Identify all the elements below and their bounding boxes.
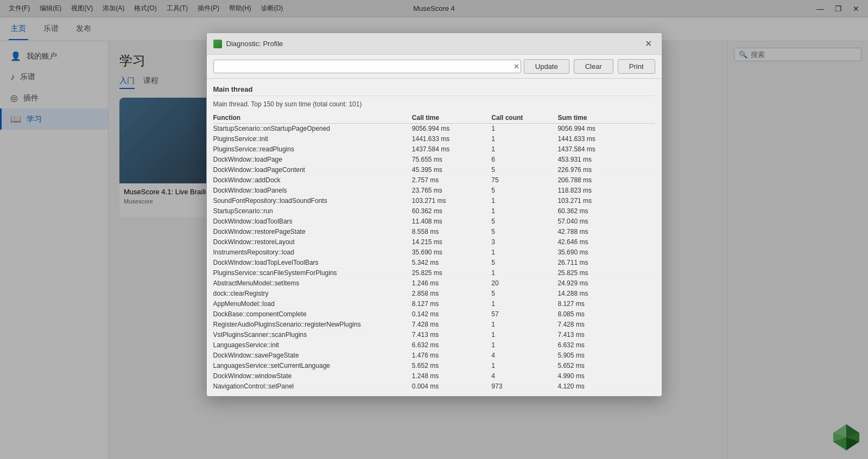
cell-callcount: 1 — [491, 247, 557, 258]
cell-sumtime: 42.646 ms — [557, 237, 655, 247]
cell-sumtime: 24.929 ms — [557, 278, 655, 289]
cell-function: NavigationControl::setPanel — [213, 381, 412, 392]
table-row: AppMenuModel::load 8.127 ms 1 8.127 ms — [213, 299, 655, 309]
profile-table-container[interactable]: Function Call time Call count Sum time S… — [213, 112, 655, 392]
cell-callcount: 1 — [491, 299, 557, 309]
table-row: DockWindow::loadPageContent 45.395 ms 5 … — [213, 165, 655, 175]
table-row: VstPluginsScanner::scanPlugins 7.413 ms … — [213, 330, 655, 340]
col-header-sumtime: Sum time — [557, 112, 655, 124]
cell-calltime: 14.215 ms — [412, 237, 492, 247]
table-row: DockWindow::loadToolBars 11.408 ms 5 57.… — [213, 216, 655, 227]
dialog-title-bar: Diagnostic: Profile ✕ — [207, 33, 662, 55]
table-row: DockWindow::loadTopLevelToolBars 5.342 m… — [213, 258, 655, 268]
cell-calltime: 0.004 ms — [412, 381, 492, 392]
clear-button[interactable]: Clear — [574, 59, 613, 74]
cell-sumtime: 42.788 ms — [557, 227, 655, 237]
profile-header: Main thread. Top 150 by sum time (total … — [213, 100, 655, 108]
dialog-title: Diagnostic: Profile — [213, 40, 283, 48]
table-row: PluginsService::scanFileSystemForPlugins… — [213, 268, 655, 278]
table-row: dock::clearRegistry 2.858 ms 5 14.288 ms — [213, 289, 655, 299]
cell-calltime: 1.248 ms — [412, 371, 492, 381]
table-row: StartupScenario::onStartupPageOpened 905… — [213, 124, 655, 134]
cell-calltime: 1.476 ms — [412, 350, 492, 361]
cell-calltime: 7.428 ms — [412, 320, 492, 330]
cell-sumtime: 206.788 ms — [557, 175, 655, 186]
cell-sumtime: 226.976 ms — [557, 165, 655, 175]
table-row: NavigationControl::setPanel 0.004 ms 973… — [213, 381, 655, 392]
cell-function: StartupScenario::onStartupPageOpened — [213, 124, 412, 134]
cell-calltime: 23.765 ms — [412, 186, 492, 196]
print-button[interactable]: Print — [618, 59, 655, 74]
cell-function: PluginsService::init — [213, 134, 412, 144]
cell-sumtime: 1441.633 ms — [557, 134, 655, 144]
modal-overlay: Diagnostic: Profile ✕ ✕ Update Clear Pri… — [0, 0, 868, 459]
search-clear-button[interactable]: ✕ — [514, 62, 519, 71]
cell-sumtime: 26.711 ms — [557, 258, 655, 268]
table-row: LanguagesService::init 6.632 ms 1 6.632 … — [213, 340, 655, 350]
cell-callcount: 4 — [491, 350, 557, 361]
cell-calltime: 1437.584 ms — [412, 144, 492, 155]
cell-function: DockWindow::loadPage — [213, 155, 412, 165]
cell-callcount: 5 — [491, 258, 557, 268]
cell-function: DockWindow::windowState — [213, 371, 412, 381]
table-row: DockWindow::restorePageState 8.558 ms 5 … — [213, 227, 655, 237]
cell-callcount: 1 — [491, 340, 557, 350]
cell-callcount: 1 — [491, 361, 557, 371]
cell-function: DockWindow::loadPanels — [213, 186, 412, 196]
cell-calltime: 75.655 ms — [412, 155, 492, 165]
table-row: DockWindow::loadPage 75.655 ms 6 453.931… — [213, 155, 655, 165]
cell-calltime: 5.342 ms — [412, 258, 492, 268]
cell-calltime: 2.757 ms — [412, 175, 492, 186]
cell-callcount: 6 — [491, 155, 557, 165]
cell-function: DockWindow::loadPageContent — [213, 165, 412, 175]
cell-calltime: 60.362 ms — [412, 206, 492, 216]
cell-function: AppMenuModel::load — [213, 299, 412, 309]
cell-sumtime: 4.120 ms — [557, 381, 655, 392]
cell-sumtime: 5.652 ms — [557, 361, 655, 371]
cell-sumtime: 118.823 ms — [557, 186, 655, 196]
dialog-toolbar: ✕ Update Clear Print — [207, 55, 662, 79]
cell-callcount: 973 — [491, 381, 557, 392]
table-row: RegisterAudioPluginsScenario::registerNe… — [213, 320, 655, 330]
cell-function: DockWindow::restorePageState — [213, 227, 412, 237]
cell-sumtime: 7.428 ms — [557, 320, 655, 330]
cell-callcount: 75 — [491, 175, 557, 186]
table-row: LanguagesService::setCurrentLanguage 5.6… — [213, 361, 655, 371]
cell-callcount: 5 — [491, 227, 557, 237]
cell-callcount: 1 — [491, 134, 557, 144]
table-row: DockWindow::loadPanels 23.765 ms 5 118.8… — [213, 186, 655, 196]
dialog-title-text: Diagnostic: Profile — [226, 40, 283, 48]
cell-callcount: 1 — [491, 330, 557, 340]
table-row: PluginsService::init 1441.633 ms 1 1441.… — [213, 134, 655, 144]
cell-sumtime: 1437.584 ms — [557, 144, 655, 155]
update-button[interactable]: Update — [524, 59, 569, 74]
dialog-close-button[interactable]: ✕ — [642, 37, 655, 50]
cell-function: DockWindow::loadTopLevelToolBars — [213, 258, 412, 268]
col-header-calltime: Call time — [412, 112, 492, 124]
cell-calltime: 1441.633 ms — [412, 134, 492, 144]
dialog-search-input[interactable] — [213, 60, 521, 73]
cell-function: VstPluginsScanner::scanPlugins — [213, 330, 412, 340]
cell-calltime: 8.558 ms — [412, 227, 492, 237]
cell-function: DockWindow::savePageState — [213, 350, 412, 361]
cell-function: DockWindow::restoreLayout — [213, 237, 412, 247]
table-row: DockWindow::savePageState 1.476 ms 4 5.9… — [213, 350, 655, 361]
cell-sumtime: 453.931 ms — [557, 155, 655, 165]
cell-calltime: 35.690 ms — [412, 247, 492, 258]
cell-function: InstrumentsRepository::load — [213, 247, 412, 258]
cell-calltime: 11.408 ms — [412, 216, 492, 227]
cell-function: PluginsService::readPlugins — [213, 144, 412, 155]
dialog-section-title: Main thread — [213, 83, 655, 96]
cell-calltime: 1.246 ms — [412, 278, 492, 289]
cell-calltime: 7.413 ms — [412, 330, 492, 340]
cell-callcount: 4 — [491, 371, 557, 381]
cell-callcount: 1 — [491, 320, 557, 330]
cell-sumtime: 4.990 ms — [557, 371, 655, 381]
dialog-title-icon — [213, 40, 222, 48]
cell-callcount: 1 — [491, 268, 557, 278]
cell-callcount: 5 — [491, 289, 557, 299]
table-row: DockWindow::restoreLayout 14.215 ms 3 42… — [213, 237, 655, 247]
cell-callcount: 1 — [491, 206, 557, 216]
cell-calltime: 2.858 ms — [412, 289, 492, 299]
cell-callcount: 1 — [491, 124, 557, 134]
